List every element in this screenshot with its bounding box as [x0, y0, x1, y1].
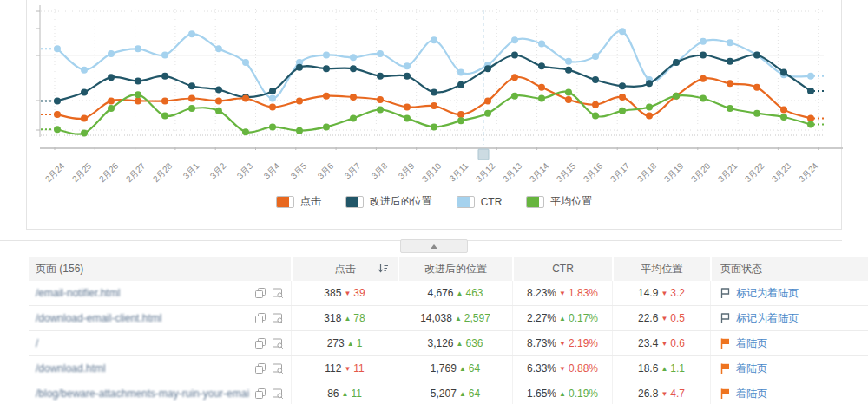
ctr-cell-value: 8.73% [527, 337, 556, 349]
svg-text:3月14: 3月14 [528, 160, 551, 184]
svg-text:2月27: 2月27 [124, 160, 148, 184]
page-status-link[interactable]: 着陆页 [736, 387, 767, 401]
svg-text:2月25: 2月25 [70, 160, 94, 184]
sort-descending-icon[interactable] [377, 263, 389, 275]
page-status-link[interactable]: 着陆页 [736, 362, 767, 376]
legend-item-平均位置[interactable]: 平均位置 [526, 194, 592, 209]
legend-swatch [345, 196, 364, 208]
svg-text:2月24: 2月24 [43, 160, 67, 184]
page-cell: /email-notifier.html [29, 281, 291, 305]
x-axis-labels: 2月242月252月262月272月283月13月23月33月43月53月63月… [43, 160, 820, 184]
copy-icon[interactable] [254, 287, 266, 299]
copy-icon[interactable] [254, 337, 266, 349]
copy-icon[interactable] [254, 362, 266, 375]
avg-position-cell-value: 22.6 [638, 312, 658, 324]
arrow-up-icon: ▲ [559, 315, 566, 323]
analytics-screen: 2月242月252月262月272月283月13月23月33月43月53月63月… [0, 0, 868, 404]
page-preview-icon[interactable] [272, 312, 284, 324]
page-url-link[interactable]: / [36, 337, 249, 349]
chart-scroll-handle[interactable] [478, 149, 489, 160]
ctr-cell-value: 6.33% [527, 362, 556, 375]
legend-swatch [457, 196, 475, 208]
ctr-cell: 1.65%▲0.19% [512, 381, 612, 404]
page-status-link[interactable]: 标记为着陆页 [736, 311, 799, 326]
clicks-cell-delta: 39 [353, 287, 365, 299]
col-header-clicks-label: 点击 [335, 262, 356, 277]
arrow-down-icon: ▼ [344, 365, 351, 373]
page-preview-icon[interactable] [272, 337, 284, 349]
avg-position-cell-delta: 3.2 [670, 287, 685, 299]
col-header-improved-position[interactable]: 改进后的位置 [398, 257, 512, 281]
avg-position-cell: 14.9▼3.2 [612, 281, 710, 305]
ctr-cell-delta: 2.19% [569, 337, 598, 349]
page-preview-icon[interactable] [272, 362, 284, 375]
page-status-cell: 着陆页 [710, 381, 868, 404]
copy-icon[interactable] [254, 312, 266, 324]
col-header-ctr[interactable]: CTR [512, 257, 612, 281]
clicks-cell-value: 385 [324, 287, 341, 299]
series-平均位置 [41, 88, 824, 136]
svg-text:3月17: 3月17 [608, 160, 632, 184]
col-header-avg-position[interactable]: 平均位置 [612, 257, 710, 281]
arrow-down-icon: ▼ [661, 315, 667, 323]
improved-position-cell-value: 1,769 [431, 362, 457, 375]
svg-text:3月3: 3月3 [235, 160, 255, 180]
clicks-cell-delta: 78 [353, 312, 365, 324]
svg-text:3月22: 3月22 [743, 160, 766, 184]
clicks-cell-delta: 1 [357, 337, 363, 349]
svg-text:3月9: 3月9 [397, 160, 417, 180]
clicks-cell: 112▼11 [291, 356, 398, 381]
avg-position-cell-delta: 0.5 [670, 312, 685, 324]
page-cell: /blog/beware-attachments-may-ruin-your-e… [29, 381, 291, 404]
page-status-cell: 着陆页 [710, 331, 868, 355]
page-url-link[interactable]: /download-email-client.html [36, 312, 249, 324]
col-header-clicks[interactable]: 点击 [291, 257, 398, 281]
page-preview-icon[interactable] [272, 388, 284, 400]
page-status-link[interactable]: 着陆页 [736, 336, 767, 351]
improved-position-cell: 3,126▲636 [398, 331, 512, 355]
legend-swatch [276, 196, 294, 208]
arrow-down-icon: ▼ [661, 340, 667, 348]
svg-text:2月26: 2月26 [97, 160, 121, 184]
legend-item-点击[interactable]: 点击 [276, 194, 321, 209]
svg-text:3月12: 3月12 [474, 160, 497, 184]
copy-icon[interactable] [254, 388, 266, 400]
avg-position-cell-delta: 4.7 [670, 388, 685, 400]
legend-item-改进后的位置[interactable]: 改进后的位置 [345, 194, 432, 209]
arrow-up-icon: ▲ [457, 290, 464, 297]
y-axis [36, 5, 40, 137]
svg-text:3月16: 3月16 [582, 160, 605, 184]
page-url-link[interactable]: /email-notifier.html [36, 287, 249, 299]
legend-swatch [526, 196, 544, 208]
improved-position-cell-value: 3,126 [428, 337, 454, 349]
page-preview-icon[interactable] [272, 287, 284, 299]
table-row: /blog/beware-attachments-may-ruin-your-e… [29, 381, 868, 404]
page-url-link[interactable]: /blog/beware-attachments-may-ruin-your-e… [36, 388, 249, 400]
page-url-link[interactable]: /download.html [36, 362, 249, 375]
svg-text:3月11: 3月11 [447, 160, 470, 183]
avg-position-cell-value: 26.8 [638, 388, 658, 400]
arrow-down-icon: ▼ [344, 290, 351, 297]
legend-label: 改进后的位置 [370, 194, 432, 209]
chart-legend: 点击改进后的位置CTR平均位置 [27, 194, 841, 209]
pages-table: 页面 (156) 点击 改进后的位置 CTR 平均位置 页面状态 /email-… [29, 257, 868, 404]
collapse-chart-button[interactable] [400, 239, 468, 253]
trend-chart-card: 2月242月252月262月272月283月13月23月33月43月53月63月… [26, 0, 842, 230]
ctr-cell: 2.27%▲0.17% [512, 306, 612, 330]
ctr-cell-value: 1.65% [527, 388, 556, 400]
svg-text:3月4: 3月4 [262, 160, 282, 180]
legend-item-CTR[interactable]: CTR [457, 196, 503, 208]
page-status-link[interactable]: 标记为着陆页 [736, 286, 799, 301]
chart-scrollbar [40, 147, 843, 150]
ctr-cell-value: 2.27% [527, 312, 556, 324]
page-cell: /download-email-client.html [29, 306, 291, 330]
svg-text:3月7: 3月7 [343, 160, 363, 180]
table-row: /download-email-client.html318▲7814,038▲… [29, 306, 868, 331]
svg-text:3月18: 3月18 [635, 160, 659, 184]
page-status-cell: 着陆页 [710, 356, 868, 381]
ctr-cell: 8.73%▼2.19% [512, 331, 612, 355]
arrow-up-icon: ▲ [344, 315, 351, 323]
ctr-cell-delta: 0.17% [569, 312, 598, 324]
svg-text:3月2: 3月2 [208, 160, 228, 180]
avg-position-cell-value: 14.9 [638, 287, 658, 299]
